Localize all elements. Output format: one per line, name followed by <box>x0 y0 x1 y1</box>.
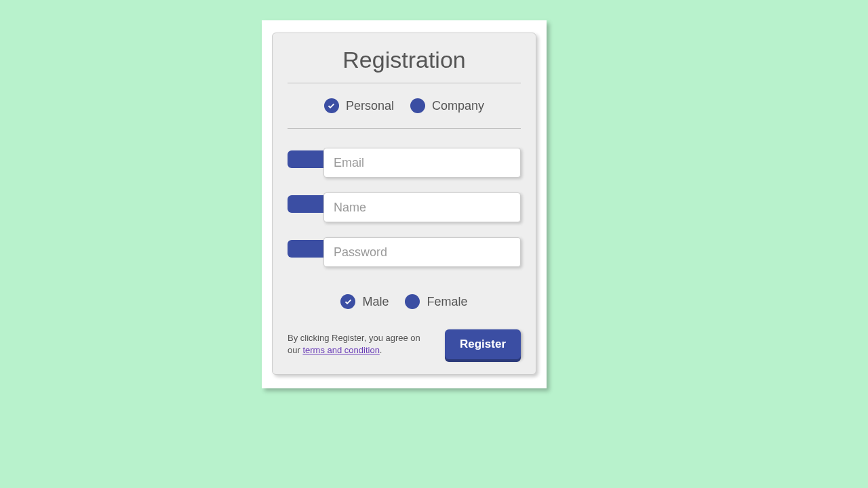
fields-group <box>288 129 521 289</box>
gender-female[interactable]: Female <box>405 294 467 309</box>
name-input[interactable] <box>323 192 521 222</box>
password-input[interactable] <box>323 237 521 267</box>
account-type-personal[interactable]: Personal <box>324 98 394 113</box>
gender-label: Male <box>362 295 389 309</box>
page-panel: Registration Personal Company <box>262 20 547 388</box>
register-button[interactable]: Register <box>445 329 521 359</box>
email-row <box>288 148 521 178</box>
terms-text: By clicking Register, you agree on our t… <box>288 332 433 356</box>
registration-card: Registration Personal Company <box>272 33 536 375</box>
email-input[interactable] <box>323 148 521 178</box>
gender-male[interactable]: Male <box>340 294 389 309</box>
form-footer: By clicking Register, you agree on our t… <box>288 329 521 359</box>
name-row <box>288 192 521 222</box>
gender-group: Male Female <box>288 289 521 329</box>
password-row <box>288 237 521 267</box>
form-title: Registration <box>288 33 521 83</box>
terms-link[interactable]: terms and condition <box>302 345 379 355</box>
password-label <box>288 240 326 258</box>
check-circle-icon <box>340 294 355 309</box>
name-label <box>288 195 326 213</box>
terms-suffix: . <box>380 345 382 355</box>
circle-icon <box>410 98 425 113</box>
account-type-company[interactable]: Company <box>410 98 484 113</box>
email-label <box>288 150 326 168</box>
account-type-label: Company <box>432 99 484 113</box>
circle-icon <box>405 294 420 309</box>
gender-label: Female <box>427 295 467 309</box>
check-circle-icon <box>324 98 339 113</box>
account-type-group: Personal Company <box>288 83 521 128</box>
account-type-label: Personal <box>346 99 394 113</box>
